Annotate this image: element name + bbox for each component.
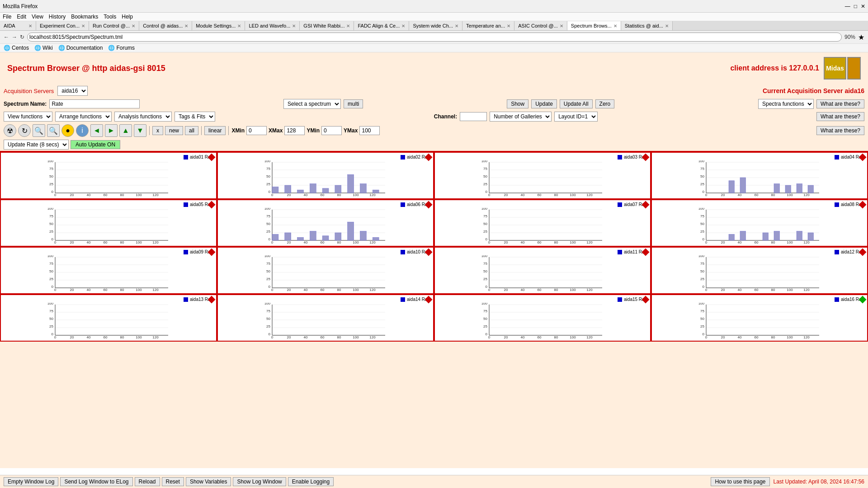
browser-tab-1[interactable]: Experiment Con...✕ (36, 21, 89, 30)
svg-text:0: 0 (486, 332, 488, 336)
spectrum-name-input[interactable] (49, 99, 140, 108)
chart-cell-aida03[interactable]: aida03 Rate0255075100020406080100120 (434, 152, 651, 199)
browser-tab-0[interactable]: AIDA✕ (0, 21, 36, 30)
number-of-galleries-select[interactable]: Number of Galleries (490, 112, 552, 122)
svg-text:20: 20 (287, 288, 291, 291)
close-btn[interactable]: ✕ (861, 3, 865, 9)
chart-cell-aida08[interactable]: aida08 Rate0255075100020406080100120 (651, 199, 868, 247)
browser-tab-4[interactable]: Module Settings...✕ (192, 21, 245, 30)
ymax-input[interactable] (359, 126, 380, 135)
update-button[interactable]: Update (531, 99, 557, 108)
svg-text:50: 50 (483, 317, 487, 321)
arrow-left-icon[interactable]: ◄ (90, 124, 103, 137)
svg-text:20: 20 (721, 335, 725, 339)
arrow-up-icon[interactable]: ▲ (119, 124, 132, 137)
bookmark-wiki[interactable]: 🌐 Wiki (34, 45, 53, 51)
arrow-right-icon[interactable]: ► (105, 124, 118, 137)
menu-view[interactable]: View (32, 14, 43, 20)
menu-tools[interactable]: Tools (104, 14, 116, 20)
bookmark-forums[interactable]: 🌐 Forums (108, 45, 135, 51)
chart-cell-aida04[interactable]: aida04 Rate0255075100020406080100120 (651, 152, 868, 199)
menu-file[interactable]: File (3, 14, 11, 20)
what-are-these-2[interactable]: What are these? (816, 112, 864, 121)
view-functions-select[interactable]: View functions (4, 112, 52, 122)
multi-button[interactable]: multi (344, 99, 363, 108)
reload-browser-button[interactable]: ↻ (20, 34, 24, 40)
chart-cell-aida07[interactable]: aida07 Rate0255075100020406080100120 (434, 199, 651, 247)
minimize-btn[interactable]: — (845, 3, 850, 9)
update-rate-select[interactable]: Update Rate (8 secs) (4, 140, 69, 150)
xmin-input[interactable] (246, 126, 267, 135)
zoom-in-icon[interactable]: 🔍 (33, 124, 45, 137)
refresh-icon[interactable]: ↻ (18, 124, 31, 137)
show-button[interactable]: Show (507, 99, 528, 108)
analysis-functions-select[interactable]: Analysis functions (114, 112, 172, 122)
chart-cell-aida06[interactable]: aida06 Rate0255075100020406080100120 (217, 199, 434, 247)
zero-button[interactable]: Zero (595, 99, 615, 108)
browser-tab-3[interactable]: Control @ aidas...✕ (139, 21, 192, 30)
ymin-input[interactable] (321, 126, 342, 135)
browser-tab-11[interactable]: Spectrum Brows...✕ (567, 21, 621, 31)
chart-title-aida07: aida07 Rate (437, 202, 648, 207)
spectra-functions-select[interactable]: Spectra functions (758, 99, 814, 109)
back-button[interactable]: ← (4, 34, 9, 40)
browser-tab-8[interactable]: System wide Ch...✕ (409, 21, 462, 30)
svg-text:120: 120 (369, 288, 376, 291)
svg-text:0: 0 (52, 190, 54, 194)
update-all-button[interactable]: Update All (560, 99, 593, 108)
acq-server-select[interactable]: aida16 (57, 86, 88, 96)
x-button[interactable]: x (152, 126, 163, 135)
menu-edit[interactable]: Edit (17, 14, 26, 20)
chart-cell-aida01[interactable]: aida01 Rate0255075100020406080100120 (0, 152, 217, 199)
maximize-btn[interactable]: □ (854, 3, 857, 9)
update-rate-row: Update Rate (8 secs) Auto Update ON (0, 138, 868, 151)
svg-text:60: 60 (538, 193, 542, 197)
what-are-these-3[interactable]: What are these? (816, 126, 864, 135)
chart-cell-aida09[interactable]: aida09 Rate0255075100020406080100120 (0, 247, 217, 294)
tags-fits-select[interactable]: Tags & Fits (175, 112, 215, 122)
chart-title-aida08: aida08 Rate (654, 202, 865, 207)
chart-cell-aida16[interactable]: aida16 Rate0255075100020406080100120 (651, 294, 868, 342)
radiation-icon[interactable]: ☢ (4, 124, 16, 137)
what-are-these-1[interactable]: What are these? (816, 99, 864, 108)
chart-cell-aida10[interactable]: aida10 Rate0255075100020406080100120 (217, 247, 434, 294)
chart-cell-aida13[interactable]: aida13 Rate0255075100020406080100120 (0, 294, 217, 342)
new-button[interactable]: new (165, 126, 183, 135)
chart-cell-aida11[interactable]: aida11 Rate0255075100020406080100120 (434, 247, 651, 294)
browser-tab-5[interactable]: LED and Wavefo...✕ (245, 21, 300, 30)
arrow-down-icon[interactable]: ▼ (134, 124, 146, 137)
svg-text:0: 0 (488, 240, 491, 244)
browser-tab-6[interactable]: GSI White Rabbi...✕ (300, 21, 354, 30)
svg-text:75: 75 (483, 262, 487, 266)
svg-text:25: 25 (266, 230, 270, 234)
bookmark-centos[interactable]: 🌐 Centos (4, 45, 29, 51)
channel-input[interactable] (460, 112, 487, 121)
chart-cell-aida05[interactable]: aida05 Rate0255075100020406080100120 (0, 199, 217, 247)
arrange-functions-select[interactable]: Arrange functions (55, 112, 112, 122)
yellow-circle-icon[interactable]: ● (61, 124, 74, 137)
menu-bookmarks[interactable]: Bookmarks (71, 14, 98, 20)
chart-cell-aida02[interactable]: aida02 Rate0255075100020406080100120 (217, 152, 434, 199)
menu-help[interactable]: Help (122, 14, 133, 20)
all-button[interactable]: all (185, 126, 198, 135)
forward-button[interactable]: → (12, 34, 17, 40)
chart-cell-aida15[interactable]: aida15 Rate0255075100020406080100120 (434, 294, 651, 342)
auto-update-button[interactable]: Auto Update ON (71, 140, 120, 149)
browser-tab-2[interactable]: Run Control @...✕ (89, 21, 139, 30)
xmax-input[interactable] (284, 126, 305, 135)
browser-tab-10[interactable]: ASIC Control @...✕ (514, 21, 567, 30)
bookmark-star-icon[interactable]: ★ (858, 33, 864, 42)
browser-tab-12[interactable]: Statistics @ aid...✕ (621, 21, 673, 30)
info-icon[interactable]: i (76, 124, 89, 137)
menu-history[interactable]: History (49, 14, 66, 20)
select-spectrum-dropdown[interactable]: Select a spectrum (283, 99, 341, 109)
linear-button[interactable]: linear (204, 126, 226, 135)
bookmark-documentation[interactable]: 🌐 Documentation (58, 45, 103, 51)
zoom-out-icon[interactable]: 🔍 (47, 124, 60, 137)
browser-tab-7[interactable]: FADC Align & Ce...✕ (354, 21, 409, 30)
layout-id-select[interactable]: Layout ID=1 (554, 112, 598, 122)
browser-tab-9[interactable]: Temperature an...✕ (462, 21, 514, 30)
chart-cell-aida14[interactable]: aida14 Rate0255075100020406080100120 (217, 294, 434, 342)
chart-cell-aida12[interactable]: aida12 Rate0255075100020406080100120 (651, 247, 868, 294)
address-input[interactable] (27, 33, 842, 42)
